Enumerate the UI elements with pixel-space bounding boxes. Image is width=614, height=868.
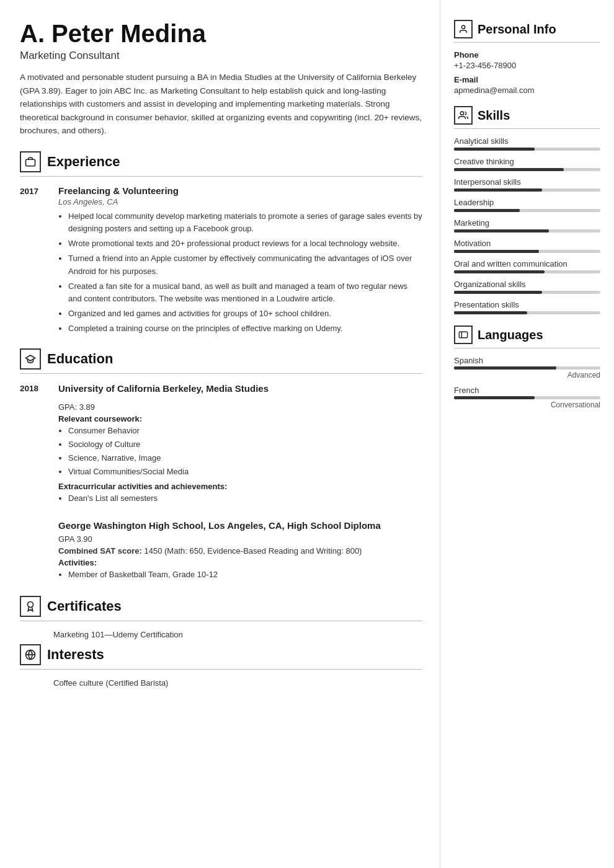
edu-activities-label: Activities:	[58, 558, 422, 567]
exp-bullets: Helped local community develop marketing…	[58, 210, 422, 335]
exp-year: 2017	[20, 185, 46, 337]
education-item-1: 2018 University of California Berkeley, …	[20, 383, 422, 508]
left-column: A. Peter Medina Marketing Consultant A m…	[0, 0, 440, 868]
edu-gpa-1: GPA: 3.89	[58, 402, 422, 412]
interests-icon	[20, 644, 41, 665]
language-bar-fill	[454, 366, 556, 370]
skill-bar-fill	[454, 311, 527, 314]
svg-point-6	[460, 112, 463, 115]
skill-item: Presentation skills	[454, 300, 600, 314]
skill-name: Analytical skills	[454, 136, 600, 146]
personal-info-header: Personal Info	[454, 20, 600, 38]
skill-bar-fill	[454, 229, 549, 232]
interests-title: Interests	[47, 647, 104, 663]
edu-school-1: University of California Berkeley, Media…	[58, 383, 422, 395]
skill-bar-bg	[454, 291, 600, 294]
skills-header: Skills	[454, 106, 600, 125]
activity-item: Member of Basketball Team, Grade 10-12	[68, 569, 422, 581]
exp-bullet: Created a fan site for a musical band, a…	[68, 280, 422, 305]
skill-item: Interpersonal skills	[454, 177, 600, 192]
interest-item: Coffee culture (Certified Barista)	[53, 678, 422, 688]
education-title: Education	[47, 351, 113, 367]
certificates-icon	[20, 596, 41, 617]
certificates-divider	[20, 621, 422, 621]
languages-title: Languages	[478, 328, 543, 342]
language-level: Conversational	[454, 401, 600, 409]
exp-location: Los Angeles, CA	[58, 197, 422, 206]
experience-icon	[20, 151, 41, 172]
phone-value: +1-23-456-78900	[454, 61, 600, 70]
skill-bar-bg	[454, 168, 600, 171]
language-name: Spanish	[454, 356, 600, 365]
candidate-summary: A motivated and personable student pursu…	[20, 71, 422, 138]
skill-bar-bg	[454, 311, 600, 314]
skill-bar-fill	[454, 270, 545, 273]
skill-item: Creative thinking	[454, 157, 600, 171]
skill-item: Leadership	[454, 198, 600, 212]
resume-wrapper: A. Peter Medina Marketing Consultant A m…	[0, 0, 614, 868]
skills-icon	[454, 106, 473, 125]
candidate-name: A. Peter Medina	[20, 20, 422, 47]
edu-gpa-2: GPA 3.90	[58, 534, 422, 544]
languages-list: Spanish Advanced French Conversational	[454, 356, 600, 409]
exp-content: Freelancing & Volunteering Los Angeles, …	[58, 185, 422, 337]
skill-name: Organizational skills	[454, 280, 600, 289]
right-column: Personal Info Phone +1-23-456-78900 E-ma…	[440, 0, 614, 868]
svg-rect-7	[459, 332, 467, 337]
skill-bar-bg	[454, 229, 600, 232]
edu-coursework-label: Relevant coursework:	[58, 414, 422, 423]
skill-bar-bg	[454, 270, 600, 273]
exp-bullet: Completed a training course on the princ…	[68, 322, 422, 335]
svg-point-2	[28, 602, 33, 608]
skill-name: Motivation	[454, 239, 600, 248]
exp-bullet: Turned a friend into an Apple customer b…	[68, 252, 422, 277]
phone-label: Phone	[454, 50, 600, 60]
skill-name: Marketing	[454, 218, 600, 228]
certificates-title: Certificates	[47, 598, 122, 614]
experience-list: 2017 Freelancing & Volunteering Los Ange…	[20, 185, 422, 337]
language-name: French	[454, 386, 600, 395]
personal-info-icon	[454, 20, 473, 38]
coursework-item: Consumer Behavior	[68, 425, 422, 437]
experience-divider	[20, 176, 422, 177]
language-level: Advanced	[454, 371, 600, 379]
skill-bar-fill	[454, 209, 520, 212]
education-item-2: George Washington High School, Los Angel…	[20, 520, 422, 585]
edu-sat-value: 1450 (Math: 650, Evidence-Based Reading …	[144, 546, 362, 556]
email-label: E-mail	[454, 75, 600, 84]
languages-header: Languages	[454, 326, 600, 344]
coursework-item: Science, Narrative, Image	[68, 452, 422, 464]
candidate-title: Marketing Consultant	[20, 50, 422, 62]
skill-name: Interpersonal skills	[454, 177, 600, 187]
interests-divider	[20, 669, 422, 670]
skill-name: Presentation skills	[454, 300, 600, 309]
skill-bar-fill	[454, 148, 535, 151]
skill-bar-bg	[454, 148, 600, 151]
edu-content-1: University of California Berkeley, Media…	[58, 383, 422, 508]
skill-bar-fill	[454, 188, 542, 192]
certificates-header: Certificates	[20, 596, 422, 617]
edu-year-1: 2018	[20, 383, 46, 508]
edu-school-2: George Washington High School, Los Angel…	[58, 520, 422, 532]
svg-rect-0	[26, 159, 35, 166]
skills-divider	[454, 128, 600, 129]
svg-point-5	[461, 25, 465, 29]
interests-header: Interests	[20, 644, 422, 665]
experience-item: 2017 Freelancing & Volunteering Los Ange…	[20, 185, 422, 337]
skill-name: Oral and written communication	[454, 259, 600, 268]
skill-bar-bg	[454, 250, 600, 253]
skill-item: Marketing	[454, 218, 600, 232]
skills-list: Analytical skills Creative thinking Inte…	[454, 136, 600, 314]
education-header: Education	[20, 348, 422, 370]
language-bar-bg	[454, 396, 600, 399]
edu-content-2: George Washington High School, Los Angel…	[58, 520, 422, 585]
experience-header: Experience	[20, 151, 422, 172]
languages-icon	[454, 326, 473, 344]
edu-extracurricular-list: Dean's List all semesters	[58, 492, 422, 505]
certificate-item: Marketing 101—Udemy Certification	[53, 630, 422, 639]
exp-job-title: Freelancing & Volunteering	[58, 185, 422, 196]
coursework-item: Virtual Communities/Social Media	[68, 466, 422, 478]
skill-name: Leadership	[454, 198, 600, 207]
education-icon	[20, 348, 41, 370]
education-list: 2018 University of California Berkeley, …	[20, 383, 422, 585]
